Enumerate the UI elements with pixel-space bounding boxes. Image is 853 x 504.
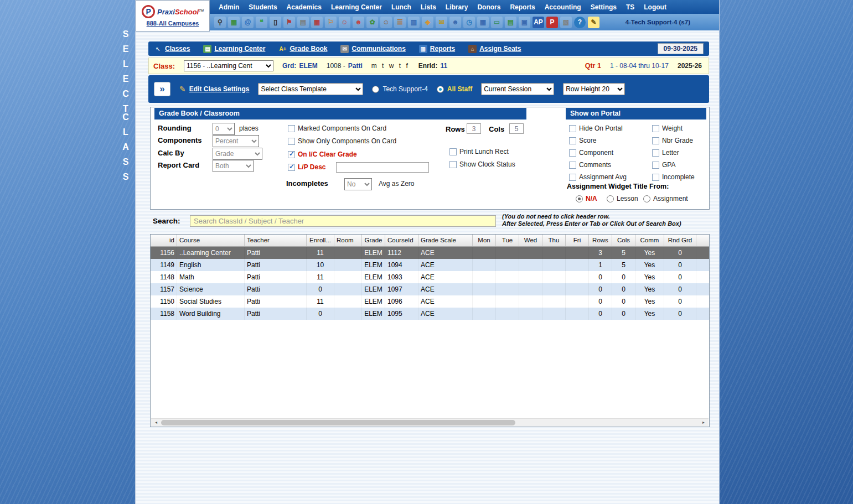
clock-status-checkbox[interactable]: Show Clock Status — [449, 160, 515, 168]
cols-input[interactable] — [509, 123, 524, 134]
clear-grade-checkbox[interactable]: On I/C Clear Grade — [288, 150, 357, 158]
at-email-icon[interactable]: @ — [242, 17, 254, 28]
subnav-link-communications[interactable]: ✉ Communications — [340, 45, 405, 53]
topnav-item[interactable]: Logout — [644, 3, 666, 11]
clock-icon[interactable]: ◷ — [463, 17, 475, 28]
widget-assignment-radio[interactable]: Assignment — [643, 195, 688, 202]
students-icon[interactable]: ☺ — [339, 17, 350, 28]
rows-input[interactable] — [467, 123, 481, 134]
session-select[interactable]: Current Session — [481, 83, 554, 95]
student-icon[interactable]: ☻ — [353, 17, 364, 28]
portal-checkbox[interactable]: Component — [569, 149, 627, 157]
portal-checkbox[interactable]: Comments — [569, 161, 627, 169]
subnav-link-classes[interactable]: ↖ Classes — [154, 45, 190, 53]
incompletes-select[interactable]: No — [344, 178, 372, 190]
lp-desc-checkbox[interactable]: L/P Desc — [288, 163, 325, 171]
notebook-icon[interactable]: ▥ — [408, 17, 420, 28]
topnav-item[interactable]: Lunch — [391, 3, 411, 11]
column-header[interactable]: Mon — [473, 235, 496, 246]
calc-by-select[interactable]: Grade — [213, 148, 262, 160]
computer-icon[interactable]: ▣ — [519, 17, 530, 28]
portal-checkbox[interactable]: GPA — [652, 161, 695, 169]
portal-checkbox[interactable]: Hide On Portal — [569, 124, 627, 132]
note-icon[interactable]: ✎ — [588, 17, 599, 28]
table-row[interactable]: 1148MathPatti11ELEM1093ACE00Yes0 — [151, 271, 709, 283]
announcement-icon[interactable]: ⚐ — [325, 17, 337, 28]
printer-icon[interactable]: ▧ — [560, 17, 572, 28]
campus-link[interactable]: 888-All Campuses — [147, 20, 199, 27]
column-header[interactable]: Comm — [635, 235, 664, 246]
table-row[interactable]: 1150Social StudiesPatti11ELEM1096ACE00Ye… — [151, 295, 709, 308]
column-header[interactable]: Enroll... — [307, 235, 334, 246]
grid-icon[interactable]: ▦ — [477, 17, 489, 28]
column-header[interactable]: CourseId — [385, 235, 418, 246]
column-header[interactable]: Grade Scale — [418, 235, 473, 246]
column-header[interactable]: Rows — [589, 235, 612, 246]
id-card-icon[interactable]: ▭ — [491, 17, 503, 28]
schedule-grid-icon[interactable]: ▦ — [228, 17, 240, 28]
portal-checkbox[interactable]: Score — [569, 137, 627, 144]
topnav-item[interactable]: Learning Center — [331, 3, 382, 11]
column-header[interactable]: Teacher — [245, 235, 307, 246]
edit-class-settings-link[interactable]: Edit Class Settings — [179, 85, 249, 93]
column-header[interactable]: Room — [334, 235, 362, 246]
report-card-select[interactable]: Both — [213, 160, 254, 172]
column-header[interactable]: id — [151, 235, 177, 246]
topnav-item[interactable]: Donors — [477, 3, 500, 11]
all-staff-radio[interactable]: All Staff — [437, 85, 472, 93]
table-row[interactable]: 1157SciencePatti0ELEM1097ACE00Yes0 — [151, 283, 709, 295]
subnav-link-reports[interactable]: ▥ Reports — [419, 45, 455, 53]
portal-checkbox[interactable]: Weight — [652, 124, 695, 132]
topnav-item[interactable]: TS — [626, 3, 634, 11]
pdf-icon[interactable]: P — [546, 17, 558, 28]
tech-support-radio[interactable]: Tech Support-4 — [372, 85, 427, 93]
portal-checkbox[interactable]: Incomplete — [652, 173, 695, 181]
search-input[interactable] — [190, 215, 496, 227]
class-template-select[interactable]: Select Class Template — [258, 83, 363, 95]
lunch-icon[interactable]: ☰ — [394, 17, 406, 28]
mobile-phone-icon[interactable]: ▯ — [270, 17, 281, 28]
column-header[interactable]: Cols — [612, 235, 635, 246]
pushpin-icon[interactable]: ⚑ — [283, 17, 295, 28]
expand-button[interactable] — [154, 82, 170, 96]
show-only-components-checkbox[interactable]: Show Only Components On Card — [288, 137, 396, 145]
calendar-icon[interactable]: ▦ — [311, 17, 323, 28]
send-mail-icon[interactable]: ✉ — [436, 17, 447, 28]
help-icon[interactable]: ? — [574, 17, 586, 28]
family-icon[interactable]: ☺ — [380, 17, 392, 28]
form-icon[interactable]: ▤ — [297, 17, 309, 28]
topnav-item[interactable]: Academics — [287, 3, 322, 11]
lp-desc-input[interactable] — [336, 162, 429, 173]
scroll-left-icon[interactable] — [152, 419, 160, 426]
topnav-item[interactable]: Settings — [591, 3, 617, 11]
topnav-item[interactable]: Library — [446, 3, 468, 11]
column-header[interactable]: Thu — [542, 235, 566, 246]
subnav-link-assign-seats[interactable]: ⌂ Assign Seats — [468, 45, 521, 53]
tag-icon[interactable]: ◈ — [422, 17, 433, 28]
scroll-right-icon[interactable] — [700, 419, 707, 426]
scrollbar-thumb[interactable] — [161, 420, 515, 425]
marked-components-checkbox[interactable]: Marked Components On Card — [288, 124, 386, 132]
column-header[interactable]: Course — [177, 235, 245, 246]
column-header[interactable]: Rnd Grd — [664, 235, 696, 246]
leaves-icon[interactable]: ✿ — [366, 17, 378, 28]
column-header[interactable]: Tue — [496, 235, 519, 246]
table-row[interactable]: 1158Word BuildingPatti0ELEM1095ACE00Yes0 — [151, 308, 709, 320]
column-header[interactable]: Wed — [519, 235, 542, 246]
subnav-link-learning-center[interactable]: ▤ Learning Center — [203, 45, 265, 53]
column-header[interactable]: Grade — [362, 235, 385, 246]
portal-checkbox[interactable]: Letter — [652, 149, 695, 157]
ap-badge-icon[interactable]: AP — [533, 17, 544, 28]
rounding-select[interactable]: 0 — [213, 123, 235, 135]
widget-lesson-radio[interactable]: Lesson — [607, 195, 638, 202]
portal-checkbox[interactable]: Nbr Grade — [652, 137, 695, 144]
table-row[interactable]: 1156..Learning CenterPatti11ELEM1112ACE3… — [151, 247, 709, 259]
subnav-link-grade-book[interactable]: A+ Grade Book — [278, 45, 327, 53]
class-select[interactable]: 1156 - ..Learning Cent — [184, 60, 273, 71]
topnav-item[interactable]: Reports — [510, 3, 535, 11]
row-height-select[interactable]: Row Height 20 — [563, 83, 625, 95]
chat-icon[interactable]: ❝ — [256, 17, 267, 28]
horizontal-scrollbar[interactable] — [151, 418, 709, 426]
search-icon[interactable]: ⚲ — [214, 17, 226, 28]
topnav-item[interactable]: Students — [249, 3, 277, 11]
